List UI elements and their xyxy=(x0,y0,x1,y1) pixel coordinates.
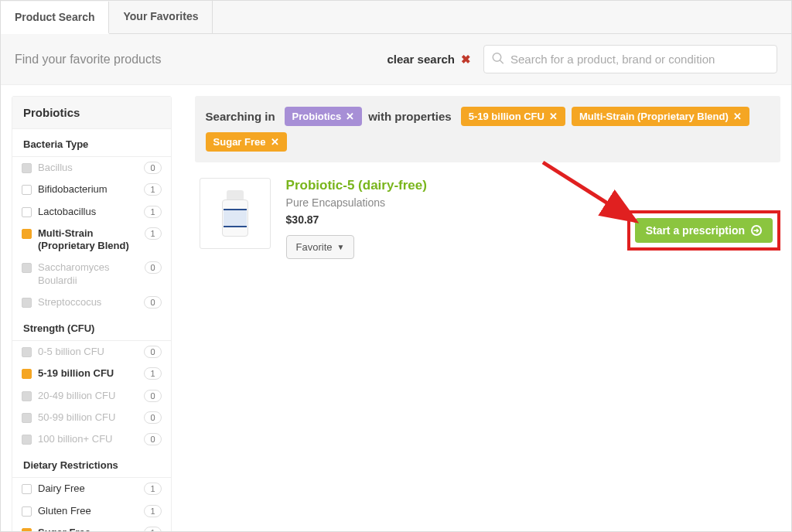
facet-lactobacillus[interactable]: Lactobacillus1 xyxy=(12,201,171,223)
find-bar: Find your favorite products clear search… xyxy=(1,34,791,85)
search-icon xyxy=(491,51,505,67)
product-brand: Pure Encapsulations xyxy=(286,196,776,209)
favorite-button[interactable]: Favorite ▼ xyxy=(286,235,355,259)
active-filter-bar: Searching in Probiotics✕ with properties… xyxy=(195,96,780,162)
facet-dairy-free[interactable]: Dairy Free1 xyxy=(12,478,171,500)
facet-gluten-free[interactable]: Gluten Free1 xyxy=(12,500,171,522)
searching-in-label: Searching in xyxy=(206,110,275,123)
svg-line-1 xyxy=(500,60,504,63)
facet-multi-strain[interactable]: Multi-Strain (Proprietary Blend)1 xyxy=(12,223,171,257)
facet-50-99b[interactable]: 50-99 billion CFU0 xyxy=(12,407,171,428)
facet-group-title-bacteria: Bacteria Type xyxy=(12,129,171,156)
search-input[interactable] xyxy=(483,45,777,73)
facet-5-19b[interactable]: 5-19 billion CFU1 xyxy=(12,363,171,384)
facet-20-49b[interactable]: 20-49 billion CFU0 xyxy=(12,385,171,407)
tabs: Product Search Your Favorites xyxy=(1,1,791,34)
chip-strength[interactable]: 5-19 billion CFU✕ xyxy=(461,107,565,126)
annotation-highlight-box: Start a prescription ➜ xyxy=(627,210,780,251)
close-icon: ✕ xyxy=(271,136,279,148)
close-icon: ✕ xyxy=(733,111,742,122)
bottle-icon xyxy=(222,190,248,237)
clear-search-label: clear search xyxy=(387,53,455,66)
find-hint: Find your favorite products xyxy=(15,53,161,66)
svg-point-0 xyxy=(493,53,501,61)
tab-favorites[interactable]: Your Favorites xyxy=(109,1,213,33)
with-properties-label: with properties xyxy=(368,110,452,123)
chip-sugarfree[interactable]: Sugar Free✕ xyxy=(206,132,287,152)
chip-multistrain[interactable]: Multi-Strain (Proprietary Blend)✕ xyxy=(572,107,749,126)
facet-saccharomyces[interactable]: Saccharomyces Boulardii0 xyxy=(12,257,171,292)
tab-product-search[interactable]: Product Search xyxy=(1,2,109,34)
filter-sidebar: Probiotics Bacteria Type Bacillus0 Bifid… xyxy=(12,96,172,532)
facet-group-title-diet: Dietary Restrictions xyxy=(12,450,171,477)
product-thumbnail[interactable] xyxy=(200,178,271,249)
facet-100b[interactable]: 100 billion+ CFU0 xyxy=(12,428,171,450)
product-card: Probiotic-5 (dairy-free) Pure Encapsulat… xyxy=(195,162,780,275)
facet-bacillus[interactable]: Bacillus0 xyxy=(12,157,171,179)
start-prescription-button[interactable]: Start a prescription ➜ xyxy=(635,218,773,243)
sidebar-title: Probiotics xyxy=(12,97,171,129)
facet-bifidobacterium[interactable]: Bifidobacterium1 xyxy=(12,179,171,200)
facet-streptococcus[interactable]: Streptoccocus0 xyxy=(12,292,171,313)
close-icon: ✕ xyxy=(549,111,558,122)
facet-group-title-strength: Strength (CFU) xyxy=(12,313,171,340)
arrow-right-circle-icon: ➜ xyxy=(751,225,762,236)
product-title[interactable]: Probiotic-5 (dairy-free) xyxy=(286,178,776,193)
main-area: Searching in Probiotics✕ with properties… xyxy=(195,96,780,532)
chevron-down-icon: ▼ xyxy=(337,243,345,251)
facet-sugar-free[interactable]: Sugar Free1 xyxy=(12,522,171,532)
chip-category[interactable]: Probiotics✕ xyxy=(285,107,363,126)
clear-search-button[interactable]: ✖ xyxy=(461,53,471,66)
close-icon: ✕ xyxy=(346,111,354,122)
facet-0-5b[interactable]: 0-5 billion CFU0 xyxy=(12,341,171,363)
